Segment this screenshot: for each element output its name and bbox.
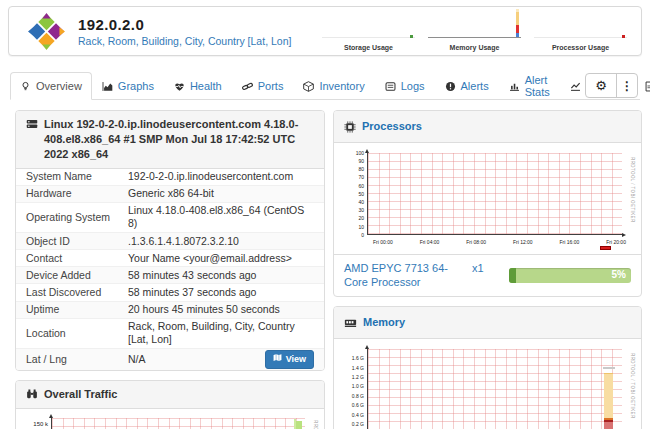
- tab-label: Ports: [258, 80, 284, 92]
- traffic-panel-header: Overall Traffic: [16, 381, 324, 409]
- map-icon: [273, 353, 282, 365]
- device-location-link[interactable]: Rack, Room, Building, City, Country [Lat…: [78, 35, 291, 47]
- server-icon: [26, 118, 38, 130]
- row-value: 192-0-2-0.ip.linodeusercontent.com: [128, 170, 314, 183]
- memory-usage-column: Memory Usage: [428, 12, 521, 51]
- row-label: Operating System: [26, 211, 128, 224]
- bar-chart-icon: [509, 81, 520, 92]
- overall-traffic-graph[interactable]: 150 k100 k50 k0 RRDTOOL / TOBI OETIKER: [22, 418, 318, 429]
- cpu-y-axis: 1009080706050403020100: [342, 153, 364, 235]
- row-value: .1.3.6.1.4.1.8072.3.2.10: [128, 235, 314, 248]
- memory-usage-mark: [516, 9, 519, 37]
- device-hostname[interactable]: 192.0.2.0: [78, 16, 291, 33]
- tab-health[interactable]: Health: [164, 72, 232, 100]
- processor-usage-mark: [622, 35, 625, 38]
- cpu-name-link[interactable]: AMD EPYC 7713 64-Core Processor: [344, 261, 456, 290]
- row-label: Object ID: [26, 235, 128, 248]
- tab-label: Inventory: [319, 80, 364, 92]
- cpu-count: x1: [472, 262, 484, 274]
- row-value: 58 minutes 43 seconds ago: [128, 269, 314, 282]
- cpu-summary-row: AMD EPYC 7713 64-Core Processor x1 5%: [334, 254, 641, 297]
- cpu-usage-percent: 5%: [612, 269, 626, 280]
- traffic-panel-title: Overall Traffic: [44, 387, 117, 402]
- tab-label: Overview: [36, 80, 82, 92]
- microchip-icon: [344, 121, 356, 133]
- row-label: Device Added: [26, 269, 128, 282]
- overall-traffic-panel: Overall Traffic 150 k100 k50 k0 RRDTOOL …: [15, 380, 325, 429]
- row-label: Lat / Lng: [26, 353, 128, 366]
- row-value: Linux 4.18.0-408.el8.x86_64 (CentOS 8): [128, 204, 314, 230]
- row-label: System Name: [26, 170, 128, 183]
- processors-panel-title: Processors: [362, 119, 422, 134]
- row-label: Uptime: [26, 303, 128, 316]
- storage-usage-column: Storage Usage: [322, 12, 415, 51]
- cpu-usage-bar-fill: [509, 268, 516, 283]
- storage-usage-mark: [410, 35, 413, 38]
- cpu-usage-spike: [600, 246, 611, 250]
- kebab-menu-icon: ⋮: [621, 79, 633, 93]
- system-row-lat-lng: Lat / LngN/AView: [16, 348, 324, 370]
- alert-circle-icon: [445, 81, 456, 92]
- view-location-button[interactable]: View: [265, 350, 314, 368]
- traffic-inbound-area: [296, 421, 302, 429]
- lightbulb-icon: [20, 81, 31, 92]
- gear-icon: ⚙: [595, 78, 607, 93]
- memory-plot-area: [367, 349, 622, 429]
- tab-label: Health: [190, 80, 222, 92]
- device-titles: 192.0.2.0 Rack, Room, Building, City, Co…: [78, 16, 291, 47]
- tick-label: Fri 12:00: [513, 239, 533, 245]
- memory-panel-title: Memory: [363, 315, 405, 330]
- device-actions-group: ⚙ ⋮: [585, 73, 638, 98]
- system-row-contact: ContactYour Name <your@email.address>: [16, 249, 324, 266]
- processors-graph[interactable]: 1009080706050403020100 Fri 00:00Fri 04:0…: [340, 151, 635, 251]
- system-row-device-added: Device Added58 minutes 43 seconds ago: [16, 266, 324, 283]
- tab-logs[interactable]: Logs: [375, 72, 435, 100]
- system-row-hardware: HardwareGeneric x86 64-bit: [16, 185, 324, 202]
- cpu-x-axis: Fri 00:00Fri 04:00Fri 08:00Fri 12:00Fri …: [373, 239, 626, 245]
- tick-label: Fri 16:00: [560, 239, 580, 245]
- rrdtool-watermark: RRDTOOL / TOBI OETIKER: [313, 420, 318, 429]
- storage-usage-sparkline[interactable]: [322, 12, 415, 43]
- x-axis-arrow: [622, 233, 626, 237]
- tab-alert-stats[interactable]: Alert Stats: [499, 72, 560, 100]
- rrdtool-watermark: RRDTOOL / TOBI OETIKER: [630, 353, 635, 419]
- tab-bar: OverviewGraphsHealthPortsInventoryLogsAl…: [10, 72, 640, 100]
- memory-usage-sparkline[interactable]: [428, 12, 521, 43]
- tab-ports[interactable]: Ports: [232, 72, 294, 100]
- traffic-y-axis: 150 k100 k50 k0: [22, 424, 48, 429]
- system-row-operating-system: Operating SystemLinux 4.18.0-408.el8.x86…: [16, 202, 324, 232]
- tab-graphs[interactable]: Graphs: [92, 72, 164, 100]
- settings-button[interactable]: ⚙: [586, 74, 617, 97]
- processor-usage-column: Processor Usage: [534, 12, 627, 51]
- processors-panel: Processors 1009080706050403020100 Fri 00…: [333, 110, 642, 297]
- processors-panel-header: Processors: [334, 111, 641, 143]
- row-value: Rack, Room, Building, City, Country [Lat…: [128, 320, 314, 346]
- tab-inventory[interactable]: Inventory: [293, 72, 374, 100]
- system-panel-header: Linux 192-0-2-0.ip.linodeusercontent.com…: [16, 111, 324, 169]
- cube-icon: [303, 81, 314, 92]
- left-column: Linux 192-0-2-0.ip.linodeusercontent.com…: [15, 110, 325, 429]
- heartbeat-icon: [174, 81, 185, 92]
- more-actions-button[interactable]: ⋮: [617, 74, 637, 97]
- memory-graph[interactable]: 1.6 G1.4 G1.2 G1.0 G0.8 G0.6 G0.4 G0.2 G…: [340, 347, 635, 429]
- row-value: 58 minutes 37 seconds ago: [128, 286, 314, 299]
- memory-panel: Memory 1.6 G1.4 G1.2 G1.0 G0.8 G0.6 G0.4…: [333, 306, 642, 429]
- tab-list: OverviewGraphsHealthPortsInventoryLogsAl…: [10, 71, 650, 99]
- memory-y-axis: 1.6 G1.4 G1.2 G1.0 G0.8 G0.6 G0.4 G0.2 G…: [342, 358, 364, 429]
- storage-usage-label: Storage Usage: [322, 44, 415, 51]
- link-icon: [242, 81, 253, 92]
- system-row-last-discovered: Last Discovered58 minutes 37 seconds ago: [16, 283, 324, 300]
- right-column: Processors 1009080706050403020100 Fri 00…: [333, 110, 642, 429]
- tab-label: Alerts: [461, 80, 489, 92]
- system-row-system-name: System Name192-0-2-0.ip.linodeuserconten…: [16, 169, 324, 185]
- view-button-label: View: [286, 354, 306, 365]
- tab-alerts[interactable]: Alerts: [435, 72, 499, 100]
- y-axis-arrow: [49, 414, 53, 418]
- sparkline-baseline: [534, 37, 627, 38]
- traffic-plot-area: [51, 418, 305, 429]
- tick-label: Fri 20:00: [606, 239, 626, 245]
- processor-usage-sparkline[interactable]: [534, 12, 627, 43]
- memory-panel-header: Memory: [334, 307, 641, 339]
- tab-label: Alert Stats: [525, 74, 550, 98]
- tab-overview[interactable]: Overview: [10, 72, 92, 100]
